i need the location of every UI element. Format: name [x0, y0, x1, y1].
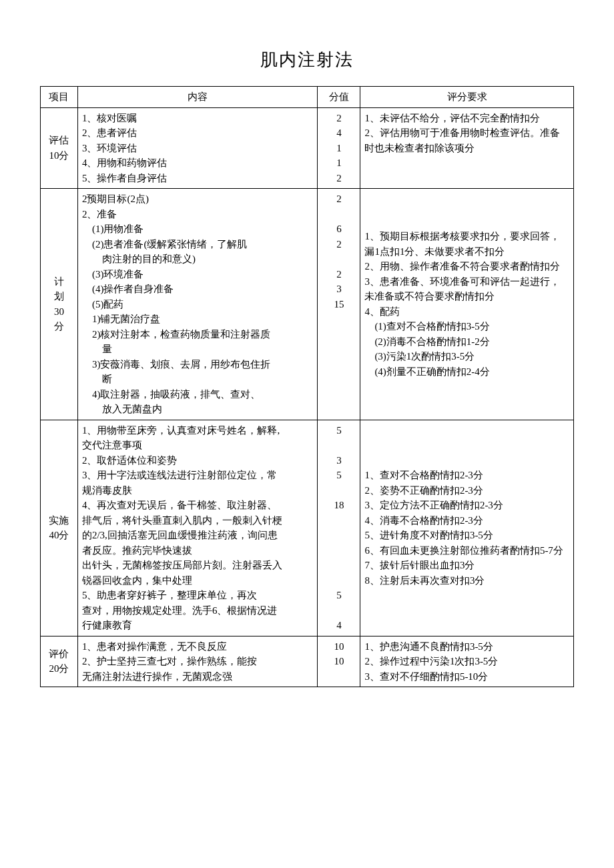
score-line: 2	[322, 111, 356, 126]
req-line: (3)污染1次酌情扣3-5分	[364, 349, 569, 364]
content-line: 交代注意事项	[82, 438, 314, 453]
score-line: 2	[322, 267, 356, 282]
content-line: 3)安薇消毒、划痕、去屑，用纱布包住折	[82, 357, 314, 372]
content-line: 出针头，无菌棉签按压局部片刻。注射器丢入	[82, 558, 314, 573]
content-line: (5)配药	[82, 297, 314, 312]
table-row: 计 划 30 分 2预期目标(2点) 2、准备 (1)用物准备 (2)患者准备(…	[41, 189, 574, 420]
content-line: 2预期目标(2点)	[82, 191, 314, 207]
score-line	[322, 438, 356, 453]
content-line: 的2/3,回抽活塞无回血缓慢推注药液，询问患	[82, 528, 314, 543]
score-line: 4	[322, 618, 356, 633]
page-title: 肌内注射法	[40, 47, 574, 73]
score-line	[322, 603, 356, 618]
score-line: 5	[322, 588, 356, 603]
cell-score: 2 6 2 2 3 15	[318, 189, 360, 420]
req-line: 3、定位方法不正确酌情扣2-3分	[364, 498, 569, 513]
content-line: 3、用十字法或连线法进行注射部位定位，常	[82, 468, 314, 483]
score-line: 2	[322, 237, 356, 252]
project-label: 计 划 30 分	[54, 276, 64, 332]
header-content: 内容	[77, 87, 318, 108]
score-line: 1	[322, 155, 356, 171]
content-line: (4)操作者自身准备	[82, 282, 314, 297]
cell-requirement: 1、查对不合格酌情扣2-3分 2、姿势不正确酌情扣2-3分 3、定位方法不正确酌…	[360, 420, 574, 636]
score-line: 4	[322, 125, 356, 141]
content-line: 2、护士坚持三查七对，操作熟练，能按	[82, 654, 314, 669]
cell-requirement: 1、未评估不给分，评估不完全酌情扣分 2、评估用物可于准备用物时检查评估。准备时…	[360, 107, 574, 189]
cell-content: 1、核对医嘱 2、患者评估 3、环境评估 4、用物和药物评估 5、操作者自身评估	[77, 107, 318, 189]
req-line: 2、姿势不正确酌情扣2-3分	[364, 483, 569, 498]
req-line: 3、患者准备、环境准备可和评估一起进行，未准备或不符合要求酌情扣分	[364, 274, 569, 304]
req-line: 4、消毒不合格酌情扣2-3分	[364, 513, 569, 528]
cell-score: 5 3 5 18 5 4	[318, 420, 360, 636]
content-line: 量	[82, 342, 314, 357]
content-line: 2)核对注射本，检查药物质量和注射器质	[82, 327, 314, 342]
req-line: (4)剂量不正确酌情扣2-4分	[364, 364, 569, 380]
project-label: 评估 10分	[49, 135, 69, 161]
score-line	[322, 573, 356, 588]
req-line: 6、有回血未更换注射部位推药者酌情扣5-7分	[364, 543, 569, 558]
content-line: 断	[82, 372, 314, 387]
score-line: 2	[322, 171, 356, 186]
req-line: 2、用物、操作者准备不符合要求者酌情扣分	[364, 259, 569, 274]
header-project: 项目	[41, 87, 78, 108]
req-line: 1、未评估不给分，评估不完全酌情扣分	[364, 111, 569, 126]
content-line: 4、用物和药物评估	[82, 155, 314, 171]
content-line: 2、患者评估	[82, 125, 314, 141]
score-line: 5	[322, 423, 356, 438]
content-line: 者反应。推药完毕快速拔	[82, 543, 314, 558]
content-line: 2、准备	[82, 207, 314, 222]
content-line: 无痛注射法进行操作，无菌观念强	[82, 669, 314, 685]
content-line: 1)铺无菌治疗盘	[82, 312, 314, 327]
cell-requirement: 1、护患沟通不良酌情扣3-5分 2、操作过程中污染1次扣3-5分 3、查对不仔细…	[360, 636, 574, 687]
content-line: 肉注射的目的和意义)	[82, 252, 314, 267]
content-line: (2)患者准备(缓解紧张情绪，了解肌	[82, 237, 314, 252]
content-line: 规消毒皮肤	[82, 483, 314, 498]
content-line: 放入无菌盘内	[82, 402, 314, 417]
req-line: 4、配药	[364, 304, 569, 320]
score-line: 18	[322, 498, 356, 513]
score-line: 3	[322, 282, 356, 297]
content-line: 4)取注射器，抽吸药液，排气、查对、	[82, 387, 314, 402]
req-line: (2)消毒不合格酌情扣1-2分	[364, 334, 569, 350]
score-line	[322, 207, 356, 222]
content-line: 1、核对医嘱	[82, 111, 314, 126]
req-line: 5、进针角度不对酌情扣3-5分	[364, 528, 569, 543]
score-line	[322, 528, 356, 543]
req-line: 2、评估用物可于准备用物时检查评估。准备时也未检查者扣除该项分	[364, 125, 569, 155]
content-line: 锐器回收盒内，集中处理	[82, 573, 314, 588]
score-line	[322, 513, 356, 528]
score-line: 15	[322, 297, 356, 312]
score-line: 6	[322, 222, 356, 237]
cell-project: 实施 40分	[41, 420, 78, 636]
score-line	[322, 483, 356, 498]
score-line	[322, 558, 356, 573]
table-row: 实施 40分 1、用物带至床旁，认真查对床号姓名，解释, 交代注意事项 2、取舒…	[41, 420, 574, 636]
cell-project: 计 划 30 分	[41, 189, 78, 420]
header-requirement: 评分要求	[360, 87, 574, 108]
scoring-table: 项目 内容 分值 评分要求 评估 10分 1、核对医嘱 2、患者评估 3、环境评…	[40, 86, 574, 687]
req-line: 8、注射后未再次查对扣3分	[364, 573, 569, 588]
project-label: 实施 40分	[49, 515, 69, 541]
cell-score: 2 4 1 1 2	[318, 107, 360, 189]
req-line: 7、拔针后针眼出血扣3分	[364, 558, 569, 573]
content-line: 4、再次查对无误后，备干棉签、取注射器、	[82, 498, 314, 513]
content-line: (3)环境准备	[82, 267, 314, 282]
table-row: 评价 20分 1、患者对操作满意，无不良反应 2、护士坚持三查七对，操作熟练，能…	[41, 636, 574, 687]
score-line: 5	[322, 468, 356, 483]
project-label: 评价 20分	[49, 648, 69, 675]
content-line: 1、用物带至床旁，认真查对床号姓名，解释,	[82, 423, 314, 438]
content-line: 3、环境评估	[82, 141, 314, 156]
cell-content: 1、患者对操作满意，无不良反应 2、护士坚持三查七对，操作熟练，能按 无痛注射法…	[77, 636, 318, 687]
header-score: 分值	[318, 87, 360, 108]
content-line: 查对，用物按规定处理。洗手6、根据情况进	[82, 603, 314, 618]
score-line: 1	[322, 141, 356, 156]
table-row: 评估 10分 1、核对医嘱 2、患者评估 3、环境评估 4、用物和药物评估 5、…	[41, 107, 574, 189]
req-line: 1、查对不合格酌情扣2-3分	[364, 468, 569, 483]
score-line: 3	[322, 453, 356, 468]
score-line	[322, 543, 356, 558]
cell-project: 评价 20分	[41, 636, 78, 687]
cell-project: 评估 10分	[41, 107, 78, 189]
content-line: 2、取舒适体位和姿势	[82, 453, 314, 468]
content-line: (1)用物准备	[82, 222, 314, 237]
req-line: 1、护患沟通不良酌情扣3-5分	[364, 639, 569, 655]
